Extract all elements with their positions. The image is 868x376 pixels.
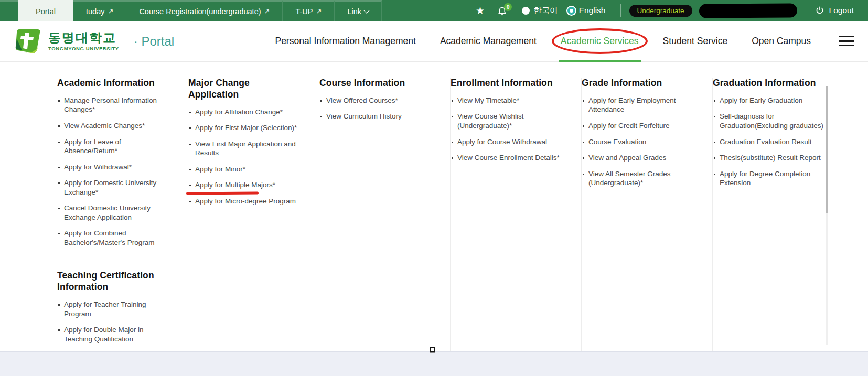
megamenu-link[interactable]: Apply for Double Major in Teaching Quali… xyxy=(57,325,170,343)
logo-english-name: TONGMYONG UNIVERSITY xyxy=(48,46,119,51)
topbar-utilities: ★ 0 한국어 English Undergraduate Logout xyxy=(476,0,868,21)
megamenu-link[interactable]: View My Timetable* xyxy=(451,96,563,105)
portal-tab-label: Course Registration(undergraduate) xyxy=(139,7,261,16)
external-link-icon: ↗ xyxy=(264,8,270,15)
megamenu-link[interactable]: Apply for Credit Forfeiture xyxy=(582,121,694,131)
megamenu-link-label: Self-diagnosis for Graduation(Excluding … xyxy=(720,112,823,130)
logo-korean-name: 동명대학교 xyxy=(48,31,119,44)
external-link-icon: ↗ xyxy=(108,8,113,15)
portal-tab[interactable]: Portal xyxy=(18,0,73,21)
megamenu-link[interactable]: Manage Personal Information Changes* xyxy=(57,96,170,114)
megamenu-link[interactable]: Course Evaluation xyxy=(582,137,694,147)
portal-tab-label: Link xyxy=(347,7,361,16)
megamenu-link[interactable]: Thesis(substitute) Result Report xyxy=(713,153,826,163)
notifications-button[interactable]: 0 xyxy=(497,5,507,16)
megamenu-link[interactable]: Apply for Combined Bachelor's/Master's P… xyxy=(57,229,170,247)
megamenu-link-label: View Course Wishlist (Undergraduate)* xyxy=(457,112,524,130)
scrollbar-thumb[interactable] xyxy=(826,86,828,213)
megamenu-link-label: Apply for Double Major in Teaching Quali… xyxy=(64,326,144,343)
megamenu-link-label: Apply for Teacher Training Program xyxy=(64,300,146,318)
logo-text: 동명대학교 TONGMYONG UNIVERSITY xyxy=(48,31,119,51)
megamenu-link-label: Cancel Domestic University Exchange Appl… xyxy=(64,204,151,221)
megamenu-link[interactable]: Apply for Degree Completion Extension xyxy=(713,169,826,188)
role-badge: Undergraduate xyxy=(629,5,692,17)
megamenu-link[interactable]: Apply for Multiple Majors* xyxy=(188,180,301,190)
megamenu-link[interactable]: Apply for Course Withdrawal xyxy=(451,137,563,147)
megamenu-link[interactable]: Apply for Affiliation Change* xyxy=(188,108,301,117)
menu-hamburger-icon[interactable] xyxy=(839,36,854,47)
portal-tab-label: T-UP xyxy=(295,7,313,16)
megamenu-link[interactable]: Apply for Leave of Absence/Return* xyxy=(57,137,170,156)
nav-item-label: Academic Services xyxy=(561,36,639,46)
megamenu-section: Academic Information Manage Personal Inf… xyxy=(57,78,170,247)
university-logo[interactable]: 동명대학교 TONGMYONG UNIVERSITY · Portal xyxy=(14,28,174,55)
megamenu-link[interactable]: Apply for Minor* xyxy=(188,165,301,174)
portal-tab[interactable]: tuday ↗ xyxy=(73,0,126,21)
nav-item[interactable]: Personal Information Management xyxy=(263,21,427,61)
language-english-label: English xyxy=(579,6,606,15)
portal-tab[interactable]: T-UP ↗ xyxy=(283,0,335,21)
page-background-band xyxy=(0,351,868,376)
megamenu-link-label: Apply for Combined Bachelor's/Master's P… xyxy=(64,229,154,246)
megamenu-link-label: View Curriculum History xyxy=(326,112,402,120)
megamenu-link[interactable]: Apply for Micro-degree Program xyxy=(188,197,301,206)
language-english-toggle[interactable]: English xyxy=(567,6,606,15)
megamenu-link-label: Apply for Affiliation Change* xyxy=(195,108,283,116)
nav-item-label: Academic Management xyxy=(440,36,537,46)
language-korean-toggle[interactable]: 한국어 xyxy=(522,5,558,16)
megamenu-link[interactable]: Apply for First Major (Selection)* xyxy=(188,123,301,133)
megamenu-link[interactable]: Apply for Early Employment Attendance xyxy=(582,96,694,114)
megamenu-section-title: Academic Information xyxy=(57,78,170,89)
megamenu-section-title: Major Change Application xyxy=(188,78,301,101)
megamenu-section: Enrollment Information View My Timetable… xyxy=(451,78,563,163)
radio-selected-icon xyxy=(567,7,575,15)
tongmyong-logo-icon xyxy=(14,28,42,55)
megamenu-link[interactable]: View All Semester Grades (Undergraduate)… xyxy=(582,169,694,188)
megamenu-link-label: Apply for Micro-degree Program xyxy=(195,197,296,205)
megamenu-link[interactable]: Apply for Teacher Training Program xyxy=(57,300,170,318)
megamenu-link-label: Apply for Multiple Majors* xyxy=(195,181,275,189)
megamenu-link[interactable]: Apply for Early Graduation xyxy=(713,96,826,105)
radio-unselected-icon xyxy=(522,7,530,15)
chevron-down-icon xyxy=(363,7,369,13)
top-utility-bar: Portal tuday ↗ Course Registration(under… xyxy=(0,0,868,21)
notification-count-badge: 0 xyxy=(504,3,512,11)
megamenu-column: Course Information View Offered Courses*… xyxy=(319,78,451,351)
logout-label: Logout xyxy=(829,6,854,15)
nav-item[interactable]: Academic Management xyxy=(428,21,549,61)
megamenu-link-label: Apply for Domestic University Exchange* xyxy=(64,179,156,196)
nav-item[interactable]: Student Service xyxy=(651,21,740,61)
main-navigation: Personal Information Management Academic… xyxy=(263,21,823,61)
megamenu-link-label: Apply for Minor* xyxy=(195,165,245,173)
megamenu-link[interactable]: Apply for Domestic University Exchange* xyxy=(57,178,170,197)
megamenu-link-label: Manage Personal Information Changes* xyxy=(64,96,157,114)
nav-item[interactable]: Academic Services xyxy=(549,21,651,61)
megamenu-link[interactable]: View First Major Application and Results xyxy=(188,139,301,158)
megamenu-link[interactable]: Apply for Withdrawal* xyxy=(57,163,170,172)
portal-tab[interactable]: Link xyxy=(335,0,382,21)
megamenu-section-title: Teaching Certification Information xyxy=(57,270,170,293)
megamenu-link[interactable]: View Curriculum History xyxy=(319,112,432,121)
logout-button[interactable]: Logout xyxy=(815,6,854,15)
megamenu-link-label: Apply for Early Graduation xyxy=(720,96,802,104)
megamenu-link[interactable]: View Offered Courses* xyxy=(319,96,432,105)
megamenu-section-title: Grade Information xyxy=(582,78,694,89)
megamenu-link-label: View and Appeal Grades xyxy=(588,154,666,162)
megamenu-link-label: View All Semester Grades (Undergraduate)… xyxy=(588,170,671,187)
megamenu-link[interactable]: Cancel Domestic University Exchange Appl… xyxy=(57,203,170,222)
portal-title: · Portal xyxy=(134,34,174,49)
language-korean-label: 한국어 xyxy=(533,5,558,16)
favorites-star-icon[interactable]: ★ xyxy=(476,6,485,16)
megamenu-link[interactable]: View Course Enrollment Details* xyxy=(451,153,563,163)
megamenu-link[interactable]: View and Appeal Grades xyxy=(582,153,694,163)
megamenu-link[interactable]: View Course Wishlist (Undergraduate)* xyxy=(451,112,563,130)
portal-tab[interactable]: Course Registration(undergraduate) ↗ xyxy=(126,0,283,21)
portal-tab-label: tuday xyxy=(86,7,104,16)
megamenu-link[interactable]: View Academic Changes* xyxy=(57,121,170,131)
megamenu-link[interactable]: Self-diagnosis for Graduation(Excluding … xyxy=(713,112,826,130)
main-header: 동명대학교 TONGMYONG UNIVERSITY · Portal Pers… xyxy=(0,21,868,62)
nav-item[interactable]: Open Campus xyxy=(740,21,823,61)
megamenu-link-label: View Academic Changes* xyxy=(64,122,145,130)
external-link-icon: ↗ xyxy=(316,8,322,15)
megamenu-link[interactable]: Graduation Evaluation Result xyxy=(713,137,826,147)
